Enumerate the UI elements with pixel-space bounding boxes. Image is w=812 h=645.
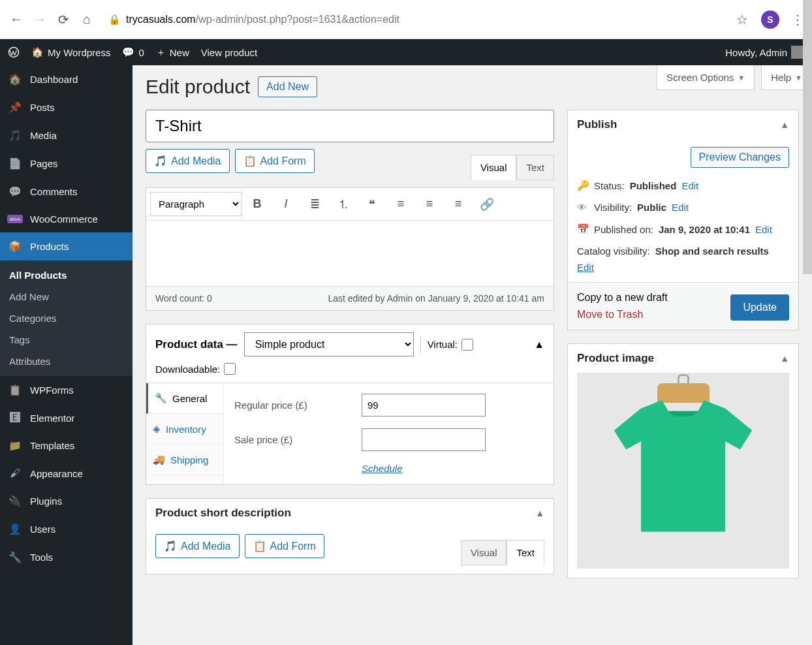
editor-tab-text[interactable]: Text: [516, 155, 554, 180]
media-icon: 🎵: [8, 129, 22, 142]
edit-status-link[interactable]: Edit: [681, 180, 698, 191]
sidebar-item-pages[interactable]: 📄Pages: [0, 149, 133, 178]
media-icon: 🎵: [154, 155, 167, 167]
user-icon: 👤: [8, 523, 22, 535]
sidebar-item-woocommerce[interactable]: wooWooCommerce: [0, 206, 133, 232]
sidebar-item-tools[interactable]: 🔧Tools: [0, 543, 133, 571]
sidebar-item-media[interactable]: 🎵Media: [0, 121, 133, 149]
sidebar-item-products[interactable]: 📦Products: [0, 232, 133, 260]
schedule-link[interactable]: Schedule: [362, 463, 543, 474]
sidebar-item-appearance[interactable]: 🖌Appearance: [0, 460, 133, 487]
align-left-button[interactable]: ≡: [388, 193, 414, 216]
product-title-input[interactable]: [146, 110, 554, 142]
product-data-panel: Product data — Simple product Virtual: ▲…: [146, 324, 554, 485]
wp-logo-icon[interactable]: [8, 46, 20, 58]
submenu-tags[interactable]: Tags: [0, 329, 133, 351]
italic-button[interactable]: I: [273, 193, 299, 216]
align-right-button[interactable]: ≡: [445, 193, 471, 216]
product-type-select[interactable]: Simple product: [244, 332, 414, 356]
product-image[interactable]: [577, 373, 789, 569]
pd-tab-inventory[interactable]: ◈Inventory: [146, 414, 223, 445]
bullet-list-button[interactable]: ≣: [302, 193, 328, 216]
reload-button[interactable]: ⟳: [55, 11, 72, 28]
add-new-button[interactable]: Add New: [258, 76, 317, 97]
products-submenu: All Products Add New Categories Tags Att…: [0, 260, 133, 376]
forward-button[interactable]: →: [31, 11, 48, 28]
editor-body[interactable]: [146, 221, 554, 286]
sidebar-item-dashboard[interactable]: 🏠Dashboard: [0, 65, 133, 93]
woo-icon: woo: [8, 215, 22, 223]
update-button[interactable]: Update: [730, 294, 789, 321]
quote-button[interactable]: ❝: [359, 193, 385, 216]
edit-date-link[interactable]: Edit: [755, 224, 772, 235]
site-link[interactable]: 🏠 My Wordpress: [31, 46, 110, 58]
edit-catalog-link[interactable]: Edit: [577, 262, 594, 273]
chevron-down-icon: ▼: [795, 74, 802, 82]
collapse-icon[interactable]: ▲: [780, 353, 789, 364]
regular-price-input[interactable]: [362, 394, 486, 417]
new-link[interactable]: ＋ New: [156, 46, 189, 59]
user-avatar-icon: [791, 46, 804, 59]
submenu-categories[interactable]: Categories: [0, 307, 133, 329]
sidebar-item-templates[interactable]: 📁Templates: [0, 432, 133, 460]
browser-menu-icon[interactable]: ⋮: [791, 12, 804, 27]
lock-icon: 🔒: [108, 14, 121, 25]
preview-changes-button[interactable]: Preview Changes: [691, 147, 789, 168]
bold-button[interactable]: B: [244, 193, 270, 216]
pd-tab-general[interactable]: 🔧General: [146, 383, 223, 414]
pages-icon: 📄: [8, 157, 22, 170]
paragraph-select[interactable]: Paragraph: [150, 192, 242, 216]
short-add-form-button[interactable]: 📋Add Form: [245, 534, 324, 558]
vertical-scrollbar[interactable]: [803, 0, 812, 645]
back-button[interactable]: ←: [8, 11, 25, 28]
pin-icon: 📌: [8, 101, 22, 114]
elementor-icon: 🅴: [8, 412, 22, 424]
screen-options-tab[interactable]: Screen Options▼: [657, 65, 755, 90]
edit-visibility-link[interactable]: Edit: [672, 202, 689, 213]
view-product-link[interactable]: View product: [201, 47, 257, 58]
copy-draft-link[interactable]: Copy to a new draft: [577, 292, 668, 304]
short-editor-tab-visual[interactable]: Visual: [461, 540, 507, 565]
numbered-list-button[interactable]: ⒈: [330, 193, 356, 216]
move-trash-link[interactable]: Move to Trash: [577, 309, 668, 321]
sidebar-item-comments[interactable]: 💬Comments: [0, 178, 133, 206]
collapse-icon[interactable]: ▲: [780, 119, 789, 130]
key-icon: 🔑: [577, 180, 589, 191]
sidebar-item-posts[interactable]: 📌Posts: [0, 93, 133, 121]
submenu-attributes[interactable]: Attributes: [0, 351, 133, 372]
submenu-add-new[interactable]: Add New: [0, 286, 133, 307]
bookmark-icon[interactable]: ☆: [736, 12, 748, 27]
sidebar-item-plugins[interactable]: 🔌Plugins: [0, 487, 133, 515]
short-editor-tab-text[interactable]: Text: [507, 540, 544, 565]
editor-tab-visual[interactable]: Visual: [471, 155, 517, 180]
browser-toolbar: ← → ⟳ ⌂ 🔒 trycasuals.com /wp-admin/post.…: [0, 0, 812, 39]
sale-price-input[interactable]: [362, 428, 486, 451]
calendar-icon: 📅: [577, 223, 589, 235]
collapse-icon[interactable]: ▲: [535, 508, 544, 518]
sale-price-label: Sale price (£): [234, 434, 349, 445]
admin-sidebar: 🏠Dashboard 📌Posts 🎵Media 📄Pages 💬Comment…: [0, 65, 133, 645]
virtual-checkbox[interactable]: [461, 339, 473, 351]
pd-tab-shipping[interactable]: 🚚Shipping: [146, 445, 223, 475]
dashboard-icon: 🏠: [8, 73, 22, 86]
regular-price-label: Regular price (£): [234, 400, 349, 411]
align-center-button[interactable]: ≡: [416, 193, 443, 216]
address-bar[interactable]: 🔒 trycasuals.com /wp-admin/post.php?post…: [102, 10, 723, 29]
comments-link[interactable]: 💬 0: [122, 46, 144, 58]
media-icon: 🎵: [164, 540, 177, 552]
howdy-link[interactable]: Howdy, Admin: [725, 46, 804, 59]
sidebar-item-wpforms[interactable]: 📋WPForms: [0, 376, 133, 404]
submenu-all-products[interactable]: All Products: [0, 264, 133, 286]
downloadable-checkbox[interactable]: [224, 363, 236, 375]
add-form-button[interactable]: 📋Add Form: [235, 149, 315, 173]
profile-avatar[interactable]: S: [761, 10, 779, 29]
add-media-button[interactable]: 🎵Add Media: [146, 149, 230, 173]
sidebar-item-users[interactable]: 👤Users: [0, 515, 133, 543]
short-add-media-button[interactable]: 🎵Add Media: [155, 534, 240, 558]
link-button[interactable]: 🔗: [474, 193, 500, 216]
short-desc-heading: Product short description: [155, 507, 291, 520]
wp-admin-bar: 🏠 My Wordpress 💬 0 ＋ New View product Ho…: [0, 39, 812, 65]
collapse-icon[interactable]: ▲: [534, 339, 544, 351]
sidebar-item-elementor[interactable]: 🅴Elementor: [0, 404, 133, 432]
home-button[interactable]: ⌂: [78, 11, 95, 28]
